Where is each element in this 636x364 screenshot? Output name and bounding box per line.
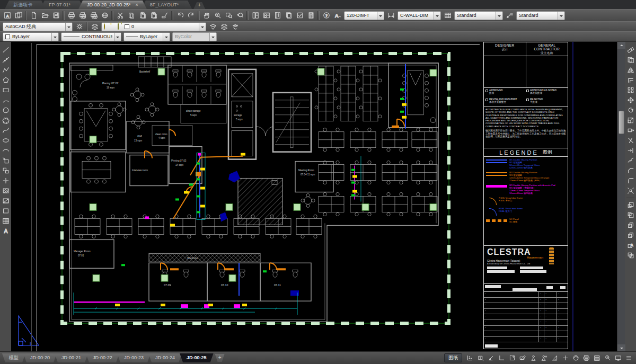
redo-icon[interactable] (186, 11, 197, 21)
scale-icon[interactable] (625, 115, 635, 125)
region-icon[interactable] (1, 206, 11, 216)
wall-dim-style-select[interactable]: C-WALL-DIM (398, 11, 441, 20)
chevron-down-icon[interactable] (114, 33, 121, 41)
ellipse-icon[interactable] (1, 135, 11, 145)
isolate-objects-icon[interactable] (571, 353, 581, 363)
save-file-icon[interactable] (50, 11, 61, 21)
new-drawing-tab-button[interactable]: + (193, 2, 205, 9)
chevron-down-icon[interactable] (558, 12, 564, 20)
chevron-down-icon[interactable] (377, 12, 384, 20)
send-to-back-icon[interactable] (625, 210, 635, 220)
chevron-down-icon[interactable] (65, 23, 72, 31)
file-tab[interactable]: 新选项卡 (5, 1, 46, 9)
make-object-layer-current-icon[interactable] (218, 22, 229, 32)
point-icon[interactable] (1, 175, 11, 185)
scrollbar-thumb[interactable] (619, 111, 624, 134)
fillet-icon[interactable] (625, 175, 635, 185)
layout-tab[interactable]: 模型 (2, 353, 25, 362)
annotation-scale-icon[interactable] (550, 353, 560, 363)
mleader-style-select[interactable]: Standard (516, 11, 565, 20)
table-icon[interactable] (1, 216, 11, 226)
chevron-down-icon[interactable] (496, 12, 502, 20)
chevron-down-icon[interactable] (163, 33, 170, 41)
dim-style-icon[interactable] (385, 11, 396, 21)
clean-screen-icon[interactable] (613, 353, 623, 363)
undo-icon[interactable] (174, 11, 186, 21)
open-file-icon[interactable] (39, 11, 50, 21)
layout-tab[interactable]: JD-00-22 (86, 353, 119, 362)
pan-icon[interactable] (201, 11, 212, 21)
gradient-icon[interactable] (1, 196, 11, 206)
layer-select[interactable]: 0 (101, 22, 206, 31)
create-block-icon[interactable] (1, 165, 11, 175)
properties-palette-icon[interactable] (250, 11, 261, 21)
scroll-up-arrow[interactable] (617, 42, 625, 49)
file-tab[interactable]: 8F_LAYOUT* (142, 1, 192, 9)
bring-to-front-icon[interactable] (625, 200, 635, 210)
send-under-objects-icon[interactable] (625, 230, 635, 240)
layout-tab[interactable]: JD-00-24 (148, 353, 182, 362)
osnap-icon[interactable] (475, 353, 485, 363)
plot-preview-icon[interactable] (77, 11, 88, 21)
tool-palettes-icon[interactable] (272, 11, 283, 21)
color-select[interactable]: ByLayer (3, 32, 59, 41)
rotate-icon[interactable] (625, 105, 635, 115)
chevron-down-icon[interactable] (199, 23, 206, 31)
vertical-scrollbar[interactable] (617, 42, 625, 351)
bring-above-objects-icon[interactable] (625, 220, 635, 230)
line-icon[interactable] (1, 45, 11, 55)
sheetset-manager-icon[interactable] (283, 11, 294, 21)
copy-clip-icon[interactable] (126, 11, 137, 21)
new-file-icon[interactable] (28, 11, 39, 21)
quickcalc-icon[interactable] (305, 11, 316, 21)
layout-tab[interactable]: JD-00-23 (117, 353, 151, 362)
ellipse-arc-icon[interactable] (1, 145, 11, 155)
new-layout-button[interactable]: + (215, 354, 225, 362)
chevron-down-icon[interactable] (51, 33, 58, 41)
text-to-front-icon[interactable] (625, 240, 635, 250)
mleader-style-icon[interactable] (504, 11, 515, 21)
approval-checkbox[interactable] (485, 99, 488, 101)
layer-color-chip[interactable] (125, 24, 129, 29)
markup-manager-icon[interactable] (294, 11, 305, 21)
stretch-icon[interactable] (625, 125, 635, 135)
move-icon[interactable] (625, 95, 635, 105)
layer-previous-icon[interactable] (229, 22, 241, 32)
break-icon[interactable] (625, 155, 635, 165)
extend-icon[interactable] (625, 145, 635, 155)
arc-icon[interactable] (1, 95, 11, 105)
hatch-to-back-icon[interactable] (625, 250, 635, 260)
layer-properties-manager-icon[interactable] (89, 22, 100, 32)
approval-checkbox[interactable] (526, 99, 529, 101)
copy-icon[interactable] (625, 55, 635, 65)
annotation-visibility-icon[interactable] (528, 353, 538, 363)
polyline-icon[interactable] (1, 65, 11, 75)
layers-state-icon[interactable] (592, 353, 602, 363)
plot-small-icon[interactable] (581, 353, 591, 363)
snap-icon[interactable] (507, 353, 517, 363)
array-icon[interactable] (625, 85, 635, 95)
file-tab[interactable]: JD-00-20_JD-00-25*× (78, 1, 147, 9)
insert-block-icon[interactable] (1, 155, 11, 165)
plot-icon[interactable] (66, 11, 77, 21)
construction-line-icon[interactable] (1, 55, 11, 65)
layout-tab[interactable]: JD-00-20 (23, 353, 57, 362)
designcenter-icon[interactable] (261, 11, 272, 21)
explode-icon[interactable] (625, 185, 635, 196)
paste-clip-icon[interactable] (137, 11, 148, 21)
layer-on-bulb-icon[interactable] (104, 24, 110, 30)
pdf-batch-icon[interactable] (13, 11, 24, 21)
table-style-select[interactable]: Standard (454, 11, 503, 20)
chamfer-icon[interactable] (625, 165, 635, 175)
linetype-select[interactable]: CONTINUOUS (61, 32, 121, 41)
zoom-window-icon[interactable] (223, 11, 234, 21)
add-scale-icon[interactable] (560, 353, 570, 363)
search-icon[interactable] (603, 353, 613, 363)
workspace-select[interactable]: AutoCAD 经典 (3, 22, 73, 31)
mirror-icon[interactable] (625, 65, 635, 75)
dim-style-select[interactable]: 120-DIM-T (344, 11, 384, 20)
polar-icon[interactable] (486, 353, 496, 363)
workspace-settings-gear-icon[interactable] (74, 22, 85, 32)
pdf-export-icon[interactable] (2, 11, 13, 21)
cut-icon[interactable] (114, 11, 126, 21)
